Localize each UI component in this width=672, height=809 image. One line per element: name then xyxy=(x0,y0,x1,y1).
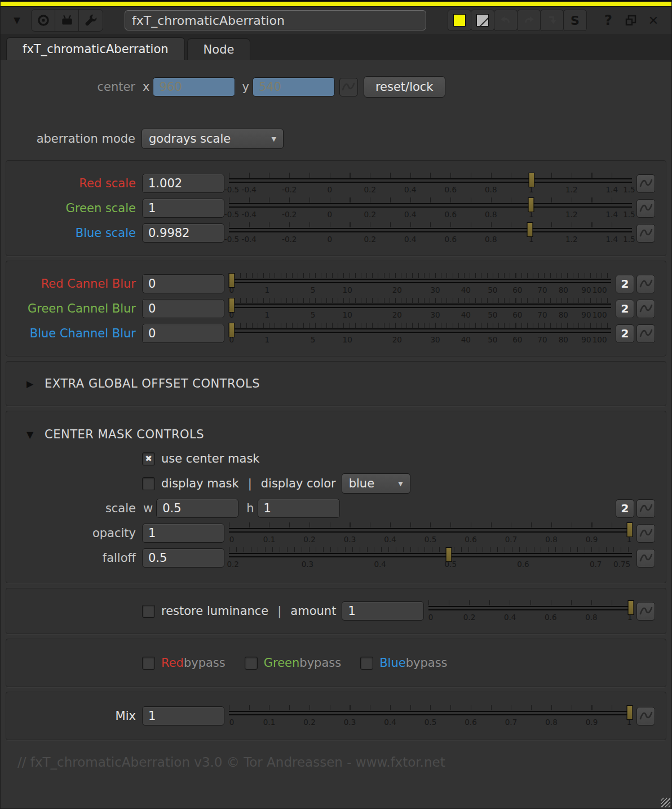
restore-luminance-checkbox[interactable] xyxy=(142,605,155,618)
green-scale-input[interactable] xyxy=(142,199,224,218)
green-bypass-checkbox[interactable] xyxy=(245,657,258,670)
green-scale-curve-button[interactable] xyxy=(636,199,655,218)
blue-scale-curve-button[interactable] xyxy=(636,224,655,243)
restore-luminance-label: restore luminance xyxy=(161,604,268,618)
blue-blur-input[interactable] xyxy=(142,324,224,343)
bypass-suffix: bypass xyxy=(184,656,226,670)
node-color-swatch-icon xyxy=(453,14,466,27)
slider-handle[interactable] xyxy=(229,273,235,288)
help-button[interactable]: ? xyxy=(597,10,620,31)
blue-blur-curve-button[interactable] xyxy=(636,324,655,343)
slider-tick-labels: -0.5-0.4-0.200.20.40.60.811.21.41.5 xyxy=(229,235,632,244)
slider-handle[interactable] xyxy=(527,222,533,237)
opacity-input[interactable] xyxy=(142,524,224,543)
red-blur-channels-button[interactable]: 2 xyxy=(616,275,634,293)
slider-handle[interactable] xyxy=(445,547,452,562)
green-scale-row: Green scale -0.5-0.4-0.200.20.40.60.811.… xyxy=(6,196,666,221)
amount-input[interactable] xyxy=(342,601,424,621)
bypass-group: Redbypass Greenbypass Bluebypass xyxy=(6,639,666,687)
green-scale-slider[interactable]: -0.5-0.4-0.200.20.40.60.811.21.41.5 xyxy=(229,196,632,221)
blue-bypass-checkbox[interactable] xyxy=(360,657,373,670)
red-blur-slider[interactable]: 015102030405060708090100 xyxy=(229,271,611,296)
falloff-slider[interactable]: 0.20.30.40.50.60.70.75 xyxy=(229,546,632,570)
mix-curve-button[interactable] xyxy=(636,707,655,726)
red-scale-slider[interactable]: -0.5-0.4-0.200.20.40.60.811.21.41.5 xyxy=(229,171,632,196)
redo-button[interactable] xyxy=(517,10,541,31)
slider-handle[interactable] xyxy=(229,323,235,337)
red-blur-input[interactable] xyxy=(142,274,224,293)
red-scale-label: Red scale xyxy=(6,177,142,190)
slider-handle[interactable] xyxy=(626,705,633,720)
red-scale-input[interactable] xyxy=(142,174,224,193)
node-color-button[interactable] xyxy=(448,10,471,31)
aberration-mode-select[interactable]: godrays scale ▼ xyxy=(142,129,284,149)
slider-track xyxy=(229,528,632,533)
center-mask-group-header[interactable]: ▼ CENTER MASK CONTROLS xyxy=(6,423,666,446)
close-panel-button[interactable]: ✕ xyxy=(642,10,665,31)
slider-handle[interactable] xyxy=(626,522,633,537)
red-blur-curve-button[interactable] xyxy=(636,275,655,293)
gl-color-button[interactable] xyxy=(471,10,494,31)
tab-main[interactable]: fxT_chromaticAberration xyxy=(6,37,185,60)
undo-button[interactable] xyxy=(494,10,518,31)
channels-count: 2 xyxy=(621,302,629,315)
mask-scale-h-input[interactable] xyxy=(258,499,340,518)
resize-grip[interactable] xyxy=(661,798,670,807)
slider-handle[interactable] xyxy=(528,197,534,212)
mix-input[interactable] xyxy=(142,706,224,726)
display-mask-checkbox[interactable] xyxy=(142,477,155,490)
slider-tick-labels: 015102030405060708090100 xyxy=(229,335,611,344)
slider-tickmarks xyxy=(229,323,611,328)
blue-scale-input[interactable] xyxy=(142,223,224,243)
monitor-output-button[interactable] xyxy=(55,10,79,31)
display-mask-row: display mask | display color blue ▼ xyxy=(6,471,666,496)
blue-blur-slider[interactable]: 015102030405060708090100 xyxy=(229,321,611,346)
center-pick-button[interactable] xyxy=(32,10,55,31)
revert-button[interactable] xyxy=(540,10,564,31)
target-icon xyxy=(36,13,51,28)
amount-slider[interactable]: 00.20.40.60.81 xyxy=(428,599,632,623)
reset-lock-button[interactable]: reset/lock xyxy=(364,76,445,98)
slider-handle[interactable] xyxy=(528,173,534,187)
mask-scale-channels-button[interactable]: 2 xyxy=(616,499,634,518)
node-settings-button[interactable] xyxy=(79,10,103,31)
chevron-down-icon: ▼ xyxy=(14,15,20,25)
green-blur-slider[interactable]: 015102030405060708090100 xyxy=(229,296,611,321)
tab-node[interactable]: Node xyxy=(187,38,251,60)
green-scale-label: Green scale xyxy=(6,201,142,215)
green-blur-input[interactable] xyxy=(142,299,224,318)
curve-icon xyxy=(639,503,653,514)
center-y-input[interactable] xyxy=(253,77,335,96)
slider-handle[interactable] xyxy=(229,298,235,313)
blue-blur-label: Blue Channel Blur xyxy=(6,327,142,340)
extra-offset-group-header[interactable]: ▶ EXTRA GLOBAL OFFSET CONTROLS xyxy=(6,371,666,397)
mask-scale-w-input[interactable] xyxy=(156,499,238,518)
use-center-mask-checkbox[interactable]: ✖ xyxy=(142,452,155,465)
falloff-input[interactable] xyxy=(142,548,224,568)
node-name-input[interactable] xyxy=(125,10,426,30)
slider-handle[interactable] xyxy=(627,600,634,615)
center-x-input[interactable] xyxy=(153,77,235,96)
slider-tick-labels: 00.10.20.30.40.50.60.70.80.91 xyxy=(229,535,632,544)
red-bypass-checkbox[interactable] xyxy=(142,657,155,670)
opacity-slider[interactable]: 00.10.20.30.40.50.60.70.80.91 xyxy=(229,521,632,546)
opacity-curve-button[interactable] xyxy=(636,524,655,543)
red-scale-curve-button[interactable] xyxy=(636,174,655,193)
display-color-value: blue xyxy=(349,477,374,490)
toolbar-right-group: S ? ✕ xyxy=(448,10,665,31)
blue-blur-channels-button[interactable]: 2 xyxy=(616,324,634,343)
node-menu-button[interactable]: ▼ xyxy=(7,11,26,30)
curve-icon xyxy=(639,552,653,564)
expanded-arrow-icon: ▼ xyxy=(26,429,45,440)
display-color-select[interactable]: blue ▼ xyxy=(342,473,410,494)
green-blur-curve-button[interactable] xyxy=(636,300,655,318)
mix-slider[interactable]: 00.10.20.30.40.50.60.70.80.91 xyxy=(229,704,632,728)
store-preset-button[interactable]: S xyxy=(563,10,587,31)
mask-scale-curve-button[interactable] xyxy=(636,499,655,518)
float-panel-button[interactable] xyxy=(620,10,642,31)
blue-scale-slider[interactable]: -0.5-0.4-0.200.20.40.60.811.21.41.5 xyxy=(229,221,632,245)
amount-curve-button[interactable] xyxy=(636,602,655,621)
green-blur-channels-button[interactable]: 2 xyxy=(616,300,634,318)
falloff-curve-button[interactable] xyxy=(636,549,655,568)
center-curve-button[interactable] xyxy=(339,78,358,96)
